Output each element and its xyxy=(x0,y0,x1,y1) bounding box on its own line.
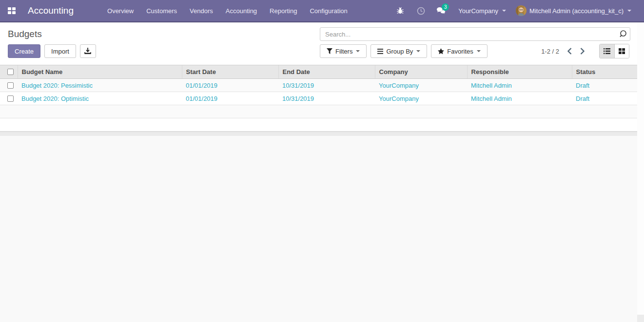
app-title[interactable]: Accounting xyxy=(28,5,74,16)
row-checkbox[interactable] xyxy=(7,82,14,89)
favorites-label: Favorites xyxy=(447,48,473,55)
chevron-down-icon xyxy=(416,50,420,52)
messages-count-badge: 3 xyxy=(442,3,449,11)
grid-square xyxy=(8,7,11,10)
column-header-end-date[interactable]: End Date xyxy=(278,65,375,79)
create-button[interactable]: Create xyxy=(8,44,40,58)
menu-accounting[interactable]: Accounting xyxy=(219,0,263,21)
pager-range[interactable]: 1-2 / 2 xyxy=(541,48,559,55)
row-select-cell xyxy=(0,79,18,92)
menu-overview[interactable]: Overview xyxy=(101,0,140,21)
cell-start-date[interactable]: 01/01/2019 xyxy=(182,79,278,92)
menu-vendors[interactable]: Vendors xyxy=(183,0,219,21)
select-all-checkbox[interactable] xyxy=(7,69,14,75)
cell-company[interactable]: YourCompany xyxy=(375,92,467,105)
column-header-responsible[interactable]: Responsible xyxy=(467,65,572,79)
cell-responsible[interactable]: Mitchell Admin xyxy=(467,79,572,92)
avatar-image xyxy=(516,5,527,16)
filters-button[interactable]: Filters xyxy=(320,44,367,58)
pager-next-button[interactable] xyxy=(576,44,588,58)
kanban-icon xyxy=(619,48,625,54)
group-by-button[interactable]: Group By xyxy=(371,44,427,58)
systray: 3 YourCompany Mitchell Admin (accounting… xyxy=(392,0,636,21)
user-menu[interactable]: Mitchell Admin (accounting_kit_c) xyxy=(515,0,636,21)
apps-menu-icon[interactable] xyxy=(8,7,16,15)
download-icon xyxy=(84,48,91,55)
row-checkbox[interactable] xyxy=(7,95,14,102)
table-row[interactable]: Budget 2020: Pessimistic 01/01/2019 10/3… xyxy=(0,79,637,92)
list-icon xyxy=(604,48,610,54)
chevron-down-icon xyxy=(356,50,360,52)
chevron-left-icon xyxy=(567,48,572,55)
chevron-down-icon xyxy=(477,50,481,52)
menu-reporting[interactable]: Reporting xyxy=(263,0,303,21)
cell-company[interactable]: YourCompany xyxy=(375,79,467,92)
table-row[interactable]: Budget 2020: Optimistic 01/01/2019 10/31… xyxy=(0,92,637,105)
avatar xyxy=(516,5,527,16)
grid-square xyxy=(12,7,16,10)
cell-end-date[interactable]: 10/31/2019 xyxy=(278,79,375,92)
empty-row xyxy=(0,105,637,118)
cell-end-date[interactable]: 10/31/2019 xyxy=(278,92,375,105)
kanban-view-button[interactable] xyxy=(614,44,629,58)
cell-responsible[interactable]: Mitchell Admin xyxy=(467,92,572,105)
control-panel: Budgets Create Import Filte xyxy=(0,22,644,65)
import-button[interactable]: Import xyxy=(44,44,76,58)
empty-cell xyxy=(0,118,637,132)
menu-customers[interactable]: Customers xyxy=(140,0,183,21)
cell-start-date[interactable]: 01/01/2019 xyxy=(182,92,278,105)
empty-row xyxy=(0,118,637,132)
bug-icon xyxy=(396,7,404,15)
search-facets-row: Filters Group By Favorites 1-2 / 2 xyxy=(320,44,629,58)
pager: 1-2 / 2 xyxy=(541,44,629,58)
cell-status[interactable]: Draft xyxy=(572,92,637,105)
debug-bug-icon[interactable] xyxy=(392,0,409,21)
column-header-status[interactable]: Status xyxy=(572,65,637,79)
search-input[interactable] xyxy=(320,27,630,41)
favorites-button[interactable]: Favorites xyxy=(431,44,487,58)
cell-status[interactable]: Draft xyxy=(572,79,637,92)
row-select-cell xyxy=(0,92,18,105)
company-name: YourCompany xyxy=(458,7,498,15)
messages-icon[interactable]: 3 xyxy=(433,0,449,21)
list-view: Budget Name Start Date End Date Company … xyxy=(0,65,644,322)
column-header-company[interactable]: Company xyxy=(375,65,467,79)
bars-icon xyxy=(377,49,383,54)
view-switcher xyxy=(599,44,629,58)
scrollbar-track[interactable] xyxy=(637,22,644,322)
chevron-down-icon xyxy=(627,10,631,12)
chevron-right-icon xyxy=(580,48,585,55)
scrollbar-corner xyxy=(637,315,644,322)
main-menu: Overview Customers Vendors Accounting Re… xyxy=(101,0,354,21)
user-name: Mitchell Admin (accounting_kit_c) xyxy=(529,7,624,15)
company-switcher[interactable]: YourCompany xyxy=(453,0,511,21)
grid-square xyxy=(12,11,16,14)
chevron-down-icon xyxy=(502,10,506,12)
table-footer xyxy=(0,132,637,136)
group-by-label: Group By xyxy=(386,48,413,55)
filter-buttons: Filters Group By Favorites xyxy=(320,44,488,58)
funnel-icon xyxy=(327,48,332,54)
star-icon xyxy=(438,48,444,55)
page-title: Budgets xyxy=(8,29,42,39)
top-navbar: Accounting Overview Customers Vendors Ac… xyxy=(0,0,644,22)
search-icon xyxy=(619,30,627,38)
column-header-start-date[interactable]: Start Date xyxy=(182,65,278,79)
cell-budget-name[interactable]: Budget 2020: Pessimistic xyxy=(18,79,182,92)
empty-cell xyxy=(0,105,637,118)
column-header-budget-name[interactable]: Budget Name xyxy=(18,65,182,79)
list-view-button[interactable] xyxy=(600,44,614,58)
table-header-row: Budget Name Start Date End Date Company … xyxy=(0,65,637,79)
pager-previous-button[interactable] xyxy=(563,44,576,58)
menu-configuration[interactable]: Configuration xyxy=(303,0,353,21)
activities-clock-icon[interactable] xyxy=(412,0,429,21)
grid-square xyxy=(8,11,11,14)
budgets-table: Budget Name Start Date End Date Company … xyxy=(0,65,637,132)
clock-icon xyxy=(417,7,425,15)
cell-budget-name[interactable]: Budget 2020: Optimistic xyxy=(18,92,182,105)
search-button[interactable] xyxy=(619,30,627,40)
search-bar xyxy=(320,27,630,41)
select-all-cell xyxy=(0,65,18,79)
export-button[interactable] xyxy=(80,44,96,58)
action-buttons: Create Import xyxy=(8,44,96,58)
